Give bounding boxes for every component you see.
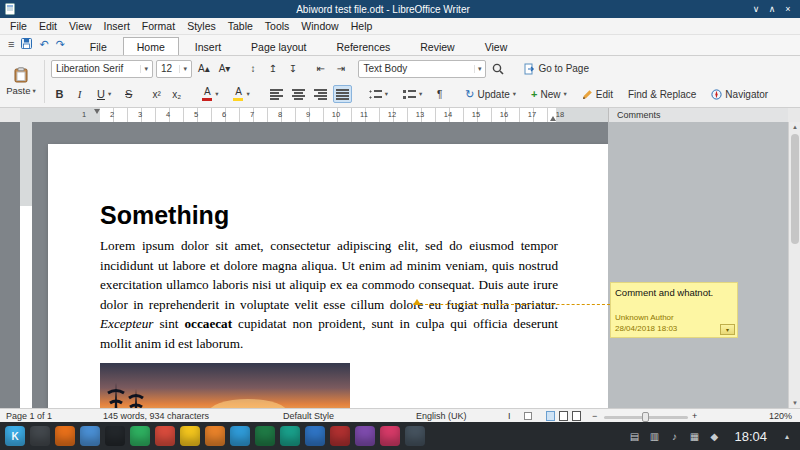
yellow-app-icon[interactable]	[180, 426, 200, 446]
page-count[interactable]: Page 1 of 1	[6, 411, 52, 421]
menu-styles[interactable]: Styles	[181, 19, 222, 33]
tab-file[interactable]: File	[76, 37, 121, 55]
highlight-color-button[interactable]: A▾	[227, 85, 255, 103]
zoom-out-icon[interactable]: −	[592, 411, 597, 421]
save-icon[interactable]	[21, 38, 32, 51]
grow-font-icon[interactable]: A▴	[195, 60, 213, 78]
paste-dropdown-icon[interactable]: ▾	[33, 87, 36, 95]
comment-menu-button[interactable]: ▾	[720, 324, 735, 335]
telegram-icon[interactable]	[230, 426, 250, 446]
find-replace-button[interactable]: Find & Replace	[622, 85, 702, 103]
tab-review[interactable]: Review	[406, 37, 468, 55]
chevron-down-icon[interactable]: ▾	[140, 65, 148, 73]
increase-indent-icon[interactable]: ⇥	[332, 60, 349, 78]
new-document-button[interactable]: +New▾	[525, 85, 573, 103]
single-page-view-icon[interactable]	[546, 411, 555, 421]
right-indent-marker[interactable]	[550, 116, 556, 121]
chevron-down-icon[interactable]: ▾	[246, 90, 249, 98]
chevron-down-icon[interactable]: ▾	[513, 90, 516, 98]
word-count[interactable]: 145 words, 934 characters	[103, 411, 209, 421]
close-button[interactable]: ×	[780, 4, 796, 14]
display-icon[interactable]: ▥	[646, 428, 662, 444]
menu-tools[interactable]: Tools	[259, 19, 296, 33]
scroll-down-icon[interactable]: ▼	[789, 400, 800, 406]
taskbar-clock[interactable]: 18:04	[728, 429, 773, 444]
search-icon[interactable]	[489, 60, 507, 78]
bold-button[interactable]: B	[51, 85, 68, 103]
chevron-down-icon[interactable]: ▾	[179, 65, 187, 73]
menu-window[interactable]: Window	[295, 19, 344, 33]
strikethrough-button[interactable]: S	[120, 85, 137, 103]
volume-icon[interactable]: ♪	[666, 428, 682, 444]
teal-app-icon[interactable]	[280, 426, 300, 446]
selection-mode-icon[interactable]: I	[508, 411, 511, 421]
slate-app-icon[interactable]	[405, 426, 425, 446]
purple-app-icon[interactable]	[355, 426, 375, 446]
vertical-scrollbar[interactable]: ▲ ▼	[788, 122, 800, 408]
menu-insert[interactable]: Insert	[98, 19, 136, 33]
menu-format[interactable]: Format	[136, 19, 181, 33]
zoom-slider[interactable]	[604, 416, 688, 419]
tab-references[interactable]: References	[323, 37, 405, 55]
font-size-combo[interactable]: 12▾	[156, 60, 192, 78]
align-right-button[interactable]	[311, 85, 330, 103]
decrease-indent-icon[interactable]: ⇤	[312, 60, 329, 78]
titlebar[interactable]: Abiword test file.odt - LibreOffice Writ…	[0, 0, 800, 18]
dark-green-app-icon[interactable]	[255, 426, 275, 446]
chromium-icon[interactable]	[80, 426, 100, 446]
subscript-button[interactable]: x₂	[168, 85, 185, 103]
chevron-down-icon[interactable]: ▾	[108, 90, 111, 98]
clipboard-icon[interactable]: ▤	[626, 428, 642, 444]
comments-header-button[interactable]: Comments	[608, 108, 788, 122]
zoom-slider-thumb[interactable]	[642, 412, 649, 422]
scroll-up-icon[interactable]: ▲	[789, 124, 800, 130]
tab-home[interactable]: Home	[123, 37, 179, 55]
pink-app-icon[interactable]	[380, 426, 400, 446]
sunset-photo[interactable]	[100, 363, 350, 408]
scrollbar-thumb[interactable]	[791, 134, 799, 244]
superscript-button[interactable]: x²	[148, 85, 165, 103]
underline-button[interactable]: U▾	[91, 85, 117, 103]
red-app-icon[interactable]	[155, 426, 175, 446]
firefox-icon[interactable]	[55, 426, 75, 446]
chevron-down-icon[interactable]: ▾	[215, 90, 218, 98]
italic-button[interactable]: I	[71, 85, 88, 103]
green-app-icon[interactable]	[130, 426, 150, 446]
bullet-list-button[interactable]: ▾	[363, 85, 394, 103]
book-view-icon[interactable]	[572, 411, 581, 421]
font-name-combo[interactable]: Liberation Serif▾	[51, 60, 153, 78]
blue-app-icon[interactable]	[305, 426, 325, 446]
navigator-button[interactable]: Navigator	[705, 85, 774, 103]
numbered-list-button[interactable]: ▾	[397, 85, 428, 103]
paragraph-style-combo[interactable]: Text Body▾	[358, 60, 486, 78]
redo-icon[interactable]: ↷	[56, 39, 65, 50]
chevron-down-icon[interactable]: ▾	[385, 90, 388, 98]
undo-icon[interactable]: ↶	[39, 39, 48, 50]
menu-icon[interactable]: ≡	[8, 39, 14, 50]
tab-page-layout[interactable]: Page layout	[237, 37, 320, 55]
line-spacing-icon[interactable]: ↕	[244, 60, 261, 78]
text-language[interactable]: English (UK)	[416, 411, 467, 421]
document-canvas[interactable]: Something Lorem ipsum dolor sit amet, co…	[0, 122, 800, 408]
page-style[interactable]: Default Style	[283, 411, 334, 421]
zoom-in-icon[interactable]: +	[692, 411, 697, 421]
kde-launcher-icon[interactable]: K	[5, 426, 25, 446]
font-color-button[interactable]: A▾	[196, 85, 224, 103]
network-icon[interactable]: ▦	[686, 428, 702, 444]
goto-page-button[interactable]: Go to Page	[518, 60, 595, 78]
zoom-level[interactable]: 120%	[769, 411, 792, 421]
konsole-icon[interactable]	[105, 426, 125, 446]
modified-status-icon[interactable]	[524, 412, 532, 420]
menu-edit[interactable]: Edit	[33, 19, 63, 33]
menu-help[interactable]: Help	[345, 19, 379, 33]
chevron-down-icon[interactable]: ▾	[563, 90, 566, 98]
horizontal-ruler[interactable]: 123456789101112131415161718	[20, 108, 608, 122]
formatting-marks-button[interactable]: ¶	[431, 85, 448, 103]
flame-app-icon[interactable]	[205, 426, 225, 446]
left-indent-marker[interactable]	[94, 109, 100, 114]
chevron-down-icon[interactable]: ▾	[474, 65, 482, 73]
comment[interactable]: Comment and whatnot. Unknown Author 28/0…	[610, 282, 738, 338]
shrink-font-icon[interactable]: A▾	[216, 60, 234, 78]
multi-page-view-icon[interactable]	[559, 411, 568, 421]
chevron-down-icon[interactable]: ▾	[419, 90, 422, 98]
